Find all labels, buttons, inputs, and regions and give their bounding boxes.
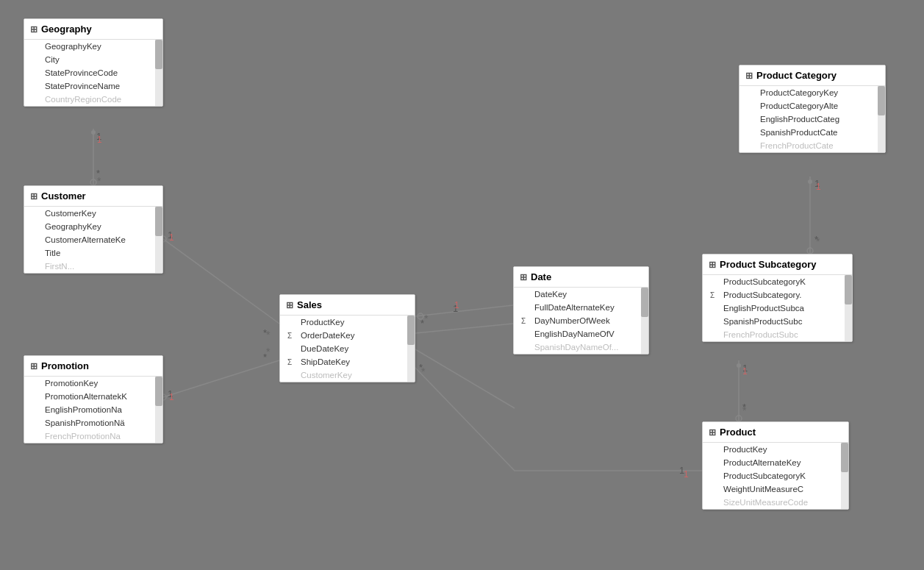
rel-label-cust-1: 1 xyxy=(169,232,174,243)
field-productcategoryalte: ProductCategoryAlte xyxy=(739,99,885,113)
table-product-category-body: ProductCategoryKey ProductCategoryAlte E… xyxy=(739,86,885,152)
rel-label-prodsubcat-star: * xyxy=(742,405,746,416)
field-spanishproductcate: SpanishProductCate xyxy=(739,126,885,139)
table-customer-header: ⊞ Customer xyxy=(24,186,162,207)
table-promotion-header: ⊞ Promotion xyxy=(24,356,162,377)
rel-label-prodcat-star: * xyxy=(816,235,820,247)
field-englishdaynameofv: EnglishDayNameOfV xyxy=(514,327,648,341)
svg-point-16 xyxy=(736,416,742,421)
field-stateprovincecode: StateProvinceCode xyxy=(24,66,162,79)
field-customerkey: CustomerKey xyxy=(24,207,162,220)
svg-line-5 xyxy=(163,360,279,397)
field-frenchpromotion: FrenchPromotionNa xyxy=(24,430,162,443)
rel-label-cust-star: * xyxy=(266,329,270,341)
field-shipdatekey: ΣShipDateKey xyxy=(280,355,415,368)
table-product-category[interactable]: ⊞ Product Category ProductCategoryKey Pr… xyxy=(739,65,886,153)
table-sales-body: ProductKey ΣOrderDateKey DueDateKey ΣShi… xyxy=(280,316,415,382)
field-englishproductsubca: EnglishProductSubca xyxy=(703,302,852,315)
field-frenchproductcate: FrenchProductCate xyxy=(739,139,885,152)
rel-label-prod-star: * xyxy=(421,366,425,377)
table-icon: ⊞ xyxy=(286,300,293,310)
table-product-subcategory-body: ProductSubcategoryK ΣProductSubcategory.… xyxy=(703,275,852,341)
field-customeralternate: CustomerAlternateKe xyxy=(24,233,162,246)
table-geography[interactable]: ⊞ Geography GeographyKey City StateProvi… xyxy=(24,18,163,107)
field-datekey: DateKey xyxy=(514,288,648,301)
table-geography-body: GeographyKey City StateProvinceCode Stat… xyxy=(24,40,162,106)
svg-line-10 xyxy=(415,349,515,408)
field-englishpromotion: EnglishPromotionNa xyxy=(24,403,162,416)
field-stateprovincename: StateProvinceName xyxy=(24,79,162,93)
field-spanishpromotion: SpanishPromotionNä xyxy=(24,416,162,430)
svg-line-9 xyxy=(415,324,513,333)
field-geographykey: GeographyKey xyxy=(24,40,162,53)
rel-label-prodcat-1: 1 xyxy=(816,182,821,192)
field-productkey2: ProductKey xyxy=(703,443,848,456)
rel-label-promo-star: * xyxy=(266,346,270,357)
table-date-header: ⊞ Date xyxy=(514,267,648,288)
svg-line-3 xyxy=(163,239,279,324)
svg-point-15 xyxy=(737,363,741,368)
field-firstname: FirstN... xyxy=(24,260,162,273)
field-geographykey: GeographyKey xyxy=(24,220,162,233)
table-promotion[interactable]: ⊞ Promotion PromotionKey PromotionAltern… xyxy=(24,355,163,443)
table-product-body: ProductKey ProductAlternateKey ProductSu… xyxy=(703,443,848,509)
table-sales[interactable]: ⊞ Sales ProductKey ΣOrderDateKey DueDate… xyxy=(279,294,415,382)
table-date-body: DateKey FullDateAlternateKey ΣDayNumberO… xyxy=(514,288,648,354)
field-countryregioncode: CountryRegionCode xyxy=(24,93,162,106)
field-productsubcategoryk: ProductSubcategoryK xyxy=(703,275,852,288)
diagram-canvas: 1 * 1 * 1 * 1 * 1 * 1 * 1 * ⊞ Geography … xyxy=(0,0,924,570)
table-geography-header: ⊞ Geography xyxy=(24,19,162,40)
table-icon: ⊞ xyxy=(745,71,753,81)
table-icon: ⊞ xyxy=(520,272,527,282)
field-productcategorykey: ProductCategoryKey xyxy=(739,86,885,99)
field-englishproductcateg: EnglishProductCateg xyxy=(739,113,885,126)
rel-label-geo-1: 1 xyxy=(97,135,102,145)
table-icon: ⊞ xyxy=(30,24,37,35)
rel-label-prod-1: 1 xyxy=(684,469,689,480)
table-icon: ⊞ xyxy=(30,191,37,202)
table-icon: ⊞ xyxy=(709,427,716,438)
field-weightunitmeasurec: WeightUnitMeasureC xyxy=(703,482,848,496)
field-frenchproductsubc: FrenchProductSubc xyxy=(703,328,852,341)
field-title: Title xyxy=(24,246,162,260)
table-icon: ⊞ xyxy=(30,361,37,371)
field-promotionalternatek: PromotionAlternatekK xyxy=(24,390,162,403)
table-product-subcategory-header: ⊞ Product Subcategory xyxy=(703,254,852,275)
rel-label-sales-date-1: 1 xyxy=(454,300,459,310)
svg-point-12 xyxy=(808,179,812,184)
field-productkey: ProductKey xyxy=(280,316,415,329)
field-productalternatekey: ProductAlternateKey xyxy=(703,456,848,469)
table-sales-header: ⊞ Sales xyxy=(280,295,415,316)
table-date[interactable]: ⊞ Date DateKey FullDateAlternateKey ΣDay… xyxy=(513,266,649,355)
table-icon: ⊞ xyxy=(709,260,716,270)
table-product-header: ⊞ Product xyxy=(703,422,848,443)
svg-point-13 xyxy=(807,248,813,254)
rel-label-prodsubcat-1: 1 xyxy=(742,366,748,377)
field-productsubcategory-sigma: ΣProductSubcategory. xyxy=(703,288,852,302)
table-customer-body: CustomerKey GeographyKey CustomerAlterna… xyxy=(24,207,162,273)
table-product[interactable]: ⊞ Product ProductKey ProductAlternateKey… xyxy=(702,421,849,510)
table-product-category-header: ⊞ Product Category xyxy=(739,65,885,86)
field-productsubcategoryk2: ProductSubcategoryK xyxy=(703,469,848,482)
field-duedatekey: DueDateKey xyxy=(280,342,415,355)
field-spanishdayname: SpanishDayNameOf... xyxy=(514,341,648,354)
table-customer[interactable]: ⊞ Customer CustomerKey GeographyKey Cust… xyxy=(24,185,163,274)
field-fulldatealternatekey: FullDateAlternateKey xyxy=(514,301,648,314)
field-city: City xyxy=(24,53,162,66)
field-spanishproductsubc: SpanishProductSubc xyxy=(703,315,852,328)
svg-line-7 xyxy=(415,305,513,316)
svg-point-2 xyxy=(90,179,96,185)
table-promotion-body: PromotionKey PromotionAlternatekK Englis… xyxy=(24,377,162,443)
field-sizeunitmeasurecode: SizeUnitMeasureCode xyxy=(703,496,848,509)
rel-label-promo-1: 1 xyxy=(169,392,174,402)
svg-point-1 xyxy=(91,130,96,135)
rel-label-sales-date-star: * xyxy=(424,313,428,324)
rel-label-geo-star: * xyxy=(97,175,101,187)
field-customerkey2: CustomerKey xyxy=(280,368,415,382)
field-orderdatekey: ΣOrderDateKey xyxy=(280,329,415,342)
field-daynumberofweek: ΣDayNumberOfWeek xyxy=(514,314,648,327)
field-promotionkey: PromotionKey xyxy=(24,377,162,390)
table-product-subcategory[interactable]: ⊞ Product Subcategory ProductSubcategory… xyxy=(702,254,853,342)
